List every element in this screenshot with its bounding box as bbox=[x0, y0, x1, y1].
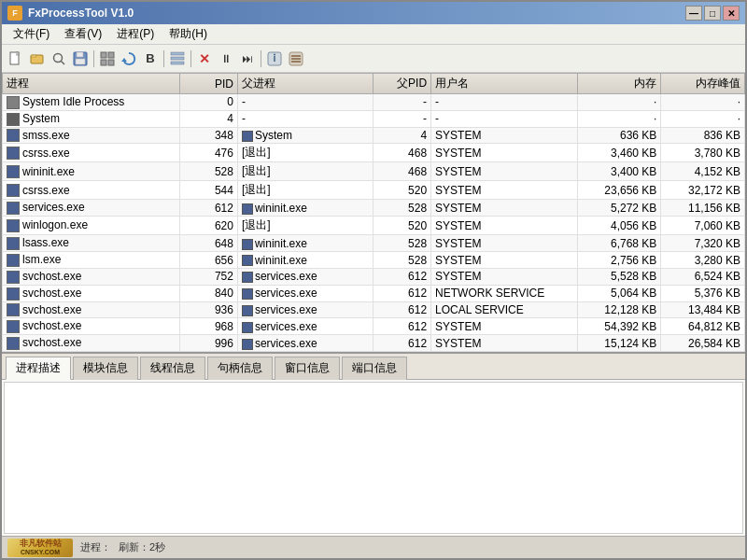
svg-rect-9 bbox=[101, 60, 106, 65]
svg-marker-11 bbox=[121, 58, 127, 62]
detail-area: 进程描述模块信息线程信息句柄信息窗口信息端口信息 bbox=[2, 354, 745, 536]
detail-tab-3[interactable]: 句柄信息 bbox=[207, 357, 273, 380]
table-row[interactable]: svchost.exe996services.exe612SYSTEM15,12… bbox=[3, 335, 745, 352]
process-table: 进程 PID 父进程 父PID 用户名 内存 内存峰值 System Idle … bbox=[2, 73, 745, 352]
maximize-button[interactable]: □ bbox=[704, 6, 721, 21]
tb-new-button[interactable] bbox=[6, 49, 26, 69]
status-process-text: 进程： bbox=[80, 540, 111, 554]
table-row[interactable]: System Idle Process0---·· bbox=[3, 94, 745, 111]
col-header-user[interactable]: 用户名 bbox=[431, 74, 578, 94]
tb-bold-button[interactable]: B bbox=[140, 49, 161, 69]
svg-rect-13 bbox=[171, 57, 184, 60]
table-row[interactable]: services.exe612wininit.exe528SYSTEM5,272… bbox=[3, 200, 745, 217]
app-icon: F bbox=[7, 6, 22, 21]
table-row[interactable]: wininit.exe528[退出]468SYSTEM3,400 KB4,152… bbox=[3, 162, 745, 181]
svg-rect-7 bbox=[101, 52, 106, 58]
tb-info-button[interactable] bbox=[264, 49, 285, 69]
table-header: 进程 PID 父进程 父PID 用户名 内存 内存峰值 bbox=[3, 74, 745, 94]
process-table-container[interactable]: 进程 PID 父进程 父PID 用户名 内存 内存峰值 System Idle … bbox=[2, 73, 745, 354]
detail-tab-4[interactable]: 窗口信息 bbox=[275, 357, 340, 380]
detail-content bbox=[4, 382, 743, 534]
svg-rect-12 bbox=[171, 52, 184, 55]
svg-rect-6 bbox=[76, 59, 85, 64]
tb-view-button[interactable] bbox=[97, 49, 118, 69]
tb-pause-button[interactable]: ⏸ bbox=[216, 49, 236, 69]
title-bar: F FxProcessTool V1.0 — □ ✕ bbox=[2, 2, 745, 24]
window-title: FxProcessTool V1.0 bbox=[28, 7, 134, 20]
detail-tabs: 进程描述模块信息线程信息句柄信息窗口信息端口信息 bbox=[2, 354, 745, 380]
tb-settings-button[interactable] bbox=[286, 49, 306, 69]
table-row[interactable]: winlogon.exe620[退出]520SYSTEM4,056 KB7,06… bbox=[3, 217, 745, 235]
brand-logo: 非凡软件站 CNSKY.COM bbox=[7, 539, 73, 557]
menu-help[interactable]: 帮助(H) bbox=[162, 24, 215, 44]
svg-point-2 bbox=[54, 53, 63, 62]
menu-process[interactable]: 进程(P) bbox=[109, 24, 162, 44]
col-header-pid[interactable]: PID bbox=[180, 74, 238, 94]
title-bar-left: F FxProcessTool V1.0 bbox=[7, 6, 134, 21]
tb-sep-2 bbox=[163, 50, 164, 67]
title-controls: — □ ✕ bbox=[685, 6, 740, 21]
main-window: F FxProcessTool V1.0 — □ ✕ 文件(F) 查看(V) 进… bbox=[0, 0, 747, 560]
svg-rect-10 bbox=[108, 60, 114, 65]
col-header-proc[interactable]: 进程 bbox=[3, 74, 180, 94]
col-header-ppid[interactable]: 父PID bbox=[374, 74, 431, 94]
main-area: 进程 PID 父进程 父PID 用户名 内存 内存峰值 System Idle … bbox=[2, 73, 745, 558]
table-row[interactable]: lsm.exe656wininit.exe528SYSTEM2,756 KB3,… bbox=[3, 252, 745, 269]
table-row[interactable]: csrss.exe544[退出]520SYSTEM23,656 KB32,172… bbox=[3, 181, 745, 200]
tb-list-button[interactable] bbox=[167, 49, 188, 69]
tb-delete-button[interactable]: ✕ bbox=[194, 49, 215, 69]
table-row[interactable]: smss.exe348System4SYSTEM636 KB836 KB bbox=[3, 127, 745, 144]
table-row[interactable]: svchost.exe840services.exe612NETWORK SER… bbox=[3, 285, 745, 301]
detail-tab-1[interactable]: 模块信息 bbox=[73, 357, 138, 380]
tb-sep-3 bbox=[190, 50, 191, 67]
svg-rect-5 bbox=[77, 52, 83, 57]
status-refresh-text: 刷新：2秒 bbox=[119, 540, 165, 554]
tb-sep-1 bbox=[93, 50, 94, 67]
close-button[interactable]: ✕ bbox=[723, 6, 740, 21]
menu-file[interactable]: 文件(F) bbox=[6, 24, 57, 44]
tb-open-button[interactable] bbox=[27, 49, 48, 69]
tb-find-button[interactable] bbox=[49, 49, 69, 69]
status-bar: 非凡软件站 CNSKY.COM 进程： 刷新：2秒 bbox=[2, 536, 745, 558]
table-row[interactable]: svchost.exe968services.exe612SYSTEM54,39… bbox=[3, 318, 745, 335]
col-header-parent[interactable]: 父进程 bbox=[237, 74, 374, 94]
svg-line-3 bbox=[62, 61, 65, 64]
table-row[interactable]: lsass.exe648wininit.exe528SYSTEM6,768 KB… bbox=[3, 235, 745, 252]
col-header-peak[interactable]: 内存峰值 bbox=[661, 74, 745, 94]
svg-point-17 bbox=[274, 53, 275, 55]
table-row[interactable]: svchost.exe936services.exe612LOCAL SERVI… bbox=[3, 301, 745, 318]
toolbar: B ✕ ⏸ ⏭ bbox=[2, 45, 745, 73]
detail-tab-2[interactable]: 线程信息 bbox=[140, 357, 205, 380]
detail-tab-5[interactable]: 端口信息 bbox=[342, 357, 407, 380]
tb-sep-4 bbox=[261, 50, 261, 67]
table-row[interactable]: csrss.exe476[退出]468SYSTEM3,460 KB3,780 K… bbox=[3, 144, 745, 162]
tb-save-button[interactable] bbox=[70, 49, 91, 69]
menu-bar: 文件(F) 查看(V) 进程(P) 帮助(H) bbox=[2, 24, 745, 45]
col-header-mem[interactable]: 内存 bbox=[577, 74, 661, 94]
tb-next-button[interactable]: ⏭ bbox=[237, 49, 258, 69]
minimize-button[interactable]: — bbox=[685, 6, 702, 21]
process-tbody: System Idle Process0---··System4---··sms… bbox=[3, 94, 745, 352]
svg-rect-14 bbox=[171, 62, 184, 64]
detail-tab-0[interactable]: 进程描述 bbox=[6, 357, 71, 380]
menu-view[interactable]: 查看(V) bbox=[57, 24, 109, 44]
table-row[interactable]: System4---·· bbox=[3, 110, 745, 127]
svg-rect-8 bbox=[108, 52, 114, 58]
table-row[interactable]: svchost.exe752services.exe612SYSTEM5,528… bbox=[3, 268, 745, 285]
tb-refresh-button[interactable] bbox=[119, 49, 139, 69]
